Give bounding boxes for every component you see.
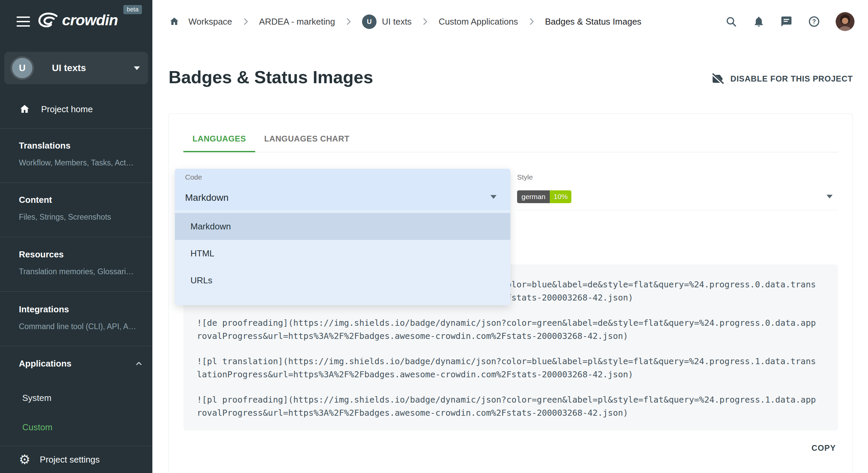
messages-icon[interactable]	[780, 15, 792, 28]
style-select[interactable]: Style german 10%	[517, 169, 838, 210]
chevron-right-icon	[241, 17, 250, 26]
badge-value: 10%	[550, 190, 571, 203]
chevron-right-icon	[344, 17, 353, 26]
sidebar-item-resources[interactable]: Resources Translation memories, Glossari…	[19, 249, 146, 276]
tabs: LANGUAGES LANGUAGES CHART	[183, 114, 838, 152]
sidebar-item-translations[interactable]: Translations Workflow, Members, Tasks, A…	[19, 140, 146, 167]
page-title: Badges & Status Images	[169, 67, 373, 87]
menu-option-markdown[interactable]: Markdown	[175, 213, 510, 240]
section-title: Translations	[19, 140, 146, 151]
divider	[0, 128, 152, 129]
style-select-label: Style	[517, 173, 533, 181]
copy-button[interactable]: COPY	[811, 443, 836, 453]
code-select[interactable]: Code Markdown	[175, 169, 510, 210]
sidebar-item-project-home[interactable]: Project home	[0, 100, 152, 119]
disable-project-button[interactable]: DISABLE FOR THIS PROJECT	[711, 72, 853, 86]
sidebar-item-label: Project settings	[40, 454, 100, 465]
crowdin-logo-text: crowdin	[62, 11, 118, 29]
menu-option-html[interactable]: HTML	[175, 240, 510, 267]
sidebar-item-integrations[interactable]: Integrations Command line tool (CLI), AP…	[19, 304, 146, 331]
sidebar: crowdin beta U UI texts Project home Tra…	[0, 0, 152, 473]
breadcrumb-label: UI texts	[382, 17, 412, 27]
breadcrumb-item-custom-applications[interactable]: Custom Applications	[439, 17, 518, 27]
code-line: ![pl proofreading](https://img.shields.i…	[197, 393, 816, 419]
search-icon[interactable]	[725, 15, 737, 28]
section-subtitle: Files, Strings, Screenshots	[19, 212, 146, 222]
divider	[0, 291, 152, 292]
chevron-down-icon	[490, 195, 497, 199]
user-avatar[interactable]	[836, 12, 855, 31]
chevron-down-icon	[134, 66, 140, 70]
tab-languages-chart[interactable]: LANGUAGES CHART	[255, 114, 359, 152]
project-name: UI texts	[52, 63, 86, 73]
divider	[0, 183, 152, 183]
breadcrumb-item-current: Badges & Status Images	[545, 17, 641, 27]
divider	[0, 346, 152, 346]
crowdin-logo-icon	[38, 12, 59, 28]
chevron-down-icon	[827, 195, 833, 198]
tab-languages[interactable]: LANGUAGES	[183, 114, 255, 152]
section-title: Integrations	[19, 304, 146, 315]
code-select-value: Markdown	[185, 192, 229, 203]
chevron-right-icon	[420, 17, 430, 26]
section-subtitle: Translation memories, Glossari…	[19, 267, 146, 276]
home-icon	[19, 103, 30, 115]
code-line: ![pl translation](https://img.shields.io…	[197, 355, 816, 381]
code-select-label: Code	[185, 173, 202, 181]
section-subtitle: Command line tool (CLI), API, A…	[19, 322, 146, 331]
breadcrumb-item-project[interactable]: U UI texts	[362, 14, 412, 29]
menu-option-urls[interactable]: URLs	[175, 267, 510, 294]
help-icon[interactable]: ?	[808, 15, 820, 28]
disable-project-label: DISABLE FOR THIS PROJECT	[730, 74, 853, 84]
chevron-right-icon	[527, 17, 536, 26]
sidebar-item-applications[interactable]: Applications	[19, 358, 71, 369]
home-icon[interactable]	[169, 16, 180, 27]
sidebar-item-system[interactable]: System	[22, 392, 52, 403]
code-select-open: Code Markdown Markdown HTML URLs	[175, 169, 510, 305]
breadcrumb-item-project-group[interactable]: ARDEA - marketing	[259, 17, 335, 27]
label-off-icon	[711, 72, 724, 86]
divider	[0, 237, 152, 237]
code-select-menu: Markdown HTML URLs	[175, 210, 510, 305]
badge-label: german	[517, 190, 550, 203]
sidebar-item-content[interactable]: Content Files, Strings, Screenshots	[19, 194, 146, 222]
status-badge-preview: german 10%	[517, 190, 571, 203]
project-avatar: U	[362, 14, 377, 29]
beta-badge: beta	[123, 5, 142, 14]
crowdin-logo[interactable]: crowdin	[38, 10, 118, 30]
code-line: ![de proofreading](https://img.shields.i…	[197, 316, 816, 343]
breadcrumb: Workspace ARDEA - marketing U UI texts C…	[169, 14, 725, 29]
chevron-up-icon[interactable]	[134, 359, 143, 369]
section-title: Resources	[19, 249, 146, 260]
project-avatar: U	[12, 58, 32, 78]
sidebar-item-custom[interactable]: Custom	[22, 422, 53, 433]
section-title: Content	[19, 194, 146, 205]
svg-text:?: ?	[812, 18, 816, 25]
sidebar-item-project-settings[interactable]: ⚙ Project settings	[0, 446, 152, 473]
top-header: Workspace ARDEA - marketing U UI texts C…	[152, 0, 868, 43]
header-actions: ?	[725, 12, 855, 31]
gear-icon: ⚙	[19, 453, 30, 466]
sidebar-item-label: Project home	[41, 104, 93, 115]
menu-icon[interactable]	[17, 17, 30, 27]
section-subtitle: Workflow, Members, Tasks, Act…	[19, 158, 146, 167]
breadcrumb-item-workspace[interactable]: Workspace	[188, 17, 232, 27]
crowdin-app: crowdin beta U UI texts Project home Tra…	[0, 0, 868, 473]
project-switcher[interactable]: U UI texts	[4, 52, 148, 84]
notifications-bell-icon[interactable]	[753, 15, 765, 28]
